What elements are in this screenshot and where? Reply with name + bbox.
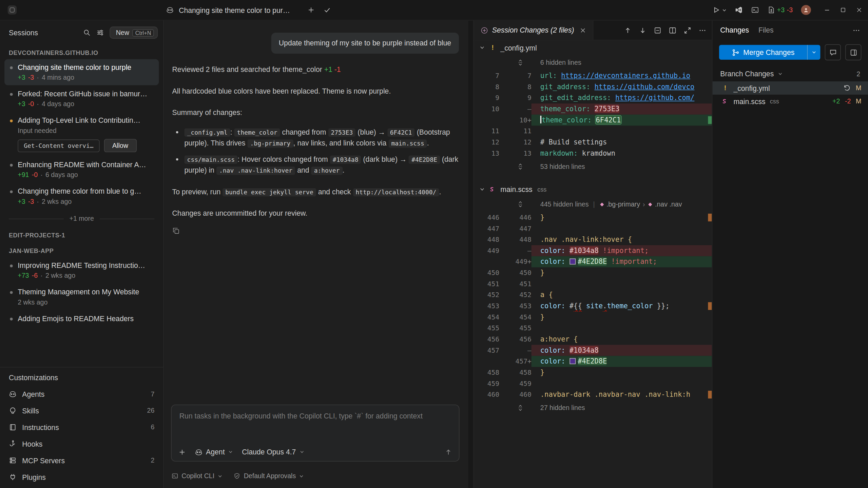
additions-count: +1 xyxy=(324,65,332,74)
customization-item-skills[interactable]: Skills26 xyxy=(0,402,163,419)
close-window-icon[interactable] xyxy=(856,7,863,14)
split-editor-icon[interactable] xyxy=(669,26,676,34)
breadcrumb-item[interactable]: .bg-primary xyxy=(599,200,640,208)
tab-files[interactable]: Files xyxy=(758,26,774,34)
session-item[interactable]: Adding Top-Level Link to Contributin…Inp… xyxy=(4,112,159,156)
diff-tab-title: Session Changes (2 files) xyxy=(492,26,574,34)
copy-icon[interactable] xyxy=(172,227,180,235)
mode-selector[interactable]: Agent xyxy=(195,448,233,456)
add-context-icon[interactable] xyxy=(178,448,186,456)
code-token: color: xyxy=(540,246,570,254)
vscode-icon[interactable] xyxy=(735,6,743,14)
code-token: .navbar-dark .navbar-nav .nav-link:h xyxy=(540,390,690,398)
discard-changes-icon[interactable] xyxy=(843,84,851,92)
code-token: # Build settings xyxy=(540,138,607,146)
approvals-selector[interactable]: Default Approvals xyxy=(234,472,304,480)
prev-change-icon[interactable] xyxy=(624,26,632,34)
session-item[interactable]: Adding Emojis to README Headers xyxy=(4,311,159,327)
editor-actions xyxy=(624,20,712,40)
merge-changes-main[interactable]: Merge Changes xyxy=(719,45,807,60)
session-time: 2 wks ago xyxy=(45,272,75,279)
unfold-icon xyxy=(517,405,524,411)
branch-changes-header[interactable]: Branch Changes 2 xyxy=(712,66,868,81)
minimize-icon[interactable] xyxy=(824,7,830,14)
merge-changes-button[interactable]: Merge Changes xyxy=(719,45,821,60)
customization-item-agents[interactable]: Agents7 xyxy=(0,386,163,403)
session-changes-tab[interactable]: Session Changes (2 files) xyxy=(474,20,594,40)
session-meta: +73-6·2 wks ago xyxy=(18,272,153,279)
diff-line: 454454} xyxy=(474,312,712,323)
session-item[interactable]: Forked: Recent GitHub issue in bamur…+3-… xyxy=(4,86,159,112)
command-approval-button[interactable]: Get-Content overvi… xyxy=(18,139,99,152)
hidden-lines-row[interactable]: 53 hidden lines xyxy=(474,159,712,174)
inline-code: css/main.scss xyxy=(184,155,237,163)
app-logo-icon[interactable] xyxy=(7,4,18,16)
breadcrumb-item[interactable]: .nav .nav xyxy=(648,200,682,208)
cli-selector[interactable]: Copilot CLI xyxy=(172,472,223,480)
session-item[interactable]: Changing theme color from blue to g…+3-3… xyxy=(4,183,159,209)
session-item[interactable]: Enhancing README with Container A…+91-0·… xyxy=(4,157,159,183)
new-session-button[interactable]: New Ctrl+N xyxy=(110,26,158,39)
titlebar-session-tab[interactable]: Changing site theme color to pur… xyxy=(166,0,331,20)
changed-file-row[interactable]: main.scsscss+2-2M xyxy=(712,95,868,108)
code-content: } xyxy=(532,312,712,323)
code-token: theme_color xyxy=(607,301,653,310)
customization-item-hooks[interactable]: Hooks xyxy=(0,435,163,452)
more-actions-icon[interactable] xyxy=(852,26,860,34)
diff-file-header[interactable]: main.scsscss xyxy=(474,182,712,196)
diff-line: 449–color: #1034a8 !important; xyxy=(474,245,712,256)
customization-item-plugins[interactable]: Plugins xyxy=(0,469,163,485)
separator: | xyxy=(593,200,595,208)
section-header[interactable]: EDIT-PROJECTS-1 xyxy=(0,226,163,241)
section-header[interactable]: DEVCONTAINERS.GITHUB.IO xyxy=(0,43,163,59)
model-selector[interactable]: Claude Opus 4.7 xyxy=(242,448,304,456)
code-content: color: #4E2D8E !important; xyxy=(532,256,712,268)
customization-item-instructions[interactable]: Instructions6 xyxy=(0,419,163,435)
hidden-lines-row[interactable]: 6 hidden lines xyxy=(474,55,712,71)
main-layout: Sessions New Ctrl+N DEVCONTAINERS.GITHUB… xyxy=(0,20,868,488)
tab-changes[interactable]: Changes xyxy=(720,26,749,34)
additions-count: +3 xyxy=(777,6,785,14)
maximize-icon[interactable] xyxy=(840,7,847,14)
old-line-number xyxy=(474,256,499,268)
diff-line: 10+theme_color: 6F42C1 xyxy=(474,115,712,126)
code-content xyxy=(532,278,712,290)
section-header[interactable]: JAN-WEB-APP xyxy=(0,241,163,257)
customization-item-mcp-servers[interactable]: MCP Servers2 xyxy=(0,452,163,469)
server-icon xyxy=(9,456,17,464)
old-line-number: 454 xyxy=(474,312,499,323)
filter-icon[interactable] xyxy=(97,29,104,37)
session-status-dot xyxy=(10,265,13,267)
session-changes-badge[interactable]: +3 -3 xyxy=(767,6,793,14)
next-change-icon[interactable] xyxy=(639,26,647,34)
diff-file-header[interactable]: !_config.yml xyxy=(474,40,712,55)
allow-button[interactable]: Allow xyxy=(104,139,137,152)
create-pr-button[interactable] xyxy=(825,44,841,60)
more-sessions[interactable]: +1 more xyxy=(9,215,154,222)
text-run: . xyxy=(342,166,344,174)
additions-count: +91 xyxy=(18,171,29,179)
collapse-all-icon[interactable] xyxy=(654,26,661,34)
hidden-lines-row[interactable]: 27 hidden lines xyxy=(474,400,712,416)
chat-input[interactable]: Run tasks in the background with the Cop… xyxy=(171,405,459,462)
meta-separator: · xyxy=(40,272,43,279)
session-item[interactable]: Improving README Testing Instructio…+73-… xyxy=(4,257,159,284)
terminal-icon[interactable] xyxy=(751,6,759,14)
merge-options-chevron[interactable] xyxy=(807,45,820,60)
session-item[interactable]: Changing site theme color to purple+3-3·… xyxy=(4,59,159,85)
avatar[interactable] xyxy=(801,5,811,15)
more-actions-icon[interactable] xyxy=(699,26,707,34)
approve-icon[interactable] xyxy=(323,6,331,14)
open-editor-button[interactable] xyxy=(845,44,861,60)
new-line-number: 458 xyxy=(499,367,532,378)
search-icon[interactable] xyxy=(83,29,91,37)
session-item[interactable]: Theming Management on My Website2 wks ag… xyxy=(4,284,159,310)
close-tab-icon[interactable] xyxy=(580,27,586,34)
hidden-lines-row[interactable]: 445 hidden lines|.bg-primary›.nav .nav xyxy=(474,196,712,212)
new-session-icon[interactable] xyxy=(307,6,315,14)
changed-file-row[interactable]: !_config.ymlM xyxy=(712,81,868,95)
run-button[interactable] xyxy=(712,6,727,14)
diff-line: 453453color: #{{ site.theme_color }}; xyxy=(474,300,712,312)
expand-icon[interactable] xyxy=(684,26,692,34)
send-icon[interactable] xyxy=(444,448,452,456)
